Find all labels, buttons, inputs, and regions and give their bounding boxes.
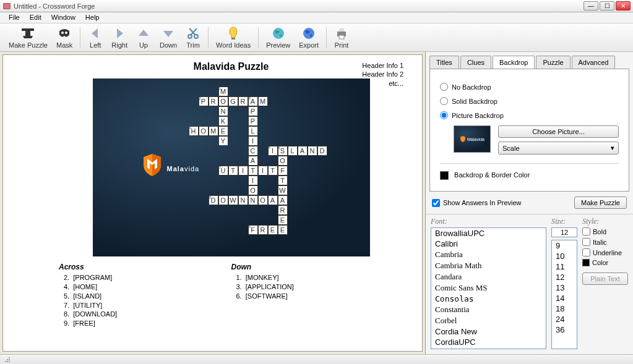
down-button[interactable]: Down — [156, 25, 181, 50]
crossword-cell: M1 — [218, 87, 228, 96]
bold-row[interactable]: Bold — [582, 227, 628, 235]
close-button[interactable]: ✕ — [616, 1, 631, 11]
trim-button[interactable]: Trim — [182, 25, 204, 50]
font-item[interactable]: Cambria Math — [431, 260, 546, 271]
make-puzzle-button[interactable]: Make Puzzle — [5, 25, 51, 50]
size-item[interactable]: 36 — [552, 324, 577, 335]
puzzle-backdrop: Malavida M1ONKEYP2RGRA3MPPLICATIONH4OMI5… — [93, 78, 370, 256]
picture-backdrop-radio[interactable] — [440, 111, 448, 119]
italic-row[interactable]: Italic — [582, 238, 628, 246]
font-listbox[interactable]: BrowalliaUPCCalibriCambriaCambria MathCa… — [431, 227, 546, 349]
underline-row[interactable]: Underline — [582, 248, 628, 256]
tab-backdrop[interactable]: Backdrop — [493, 56, 535, 69]
mask-icon — [57, 26, 72, 41]
choose-picture-button[interactable]: Choose Picture... — [498, 125, 619, 138]
size-item[interactable]: 12 — [552, 272, 577, 282]
menu-edit[interactable]: Edit — [25, 12, 46, 23]
solid-backdrop-radio[interactable] — [440, 97, 448, 105]
underline-checkbox[interactable] — [582, 248, 590, 256]
crossword-cell: T — [268, 166, 278, 176]
size-input[interactable]: 12 — [551, 227, 577, 237]
menu-file[interactable]: File — [4, 12, 25, 23]
bold-checkbox[interactable] — [582, 227, 590, 235]
tab-titles[interactable]: Titles — [429, 56, 459, 69]
font-item[interactable]: Cordia New — [431, 326, 546, 337]
maximize-button[interactable]: ☐ — [600, 1, 614, 11]
crossword-cell: A — [278, 195, 288, 205]
picture-thumbnail[interactable]: Malavida — [454, 125, 491, 153]
size-item[interactable]: 9 — [552, 240, 577, 251]
svg-point-11 — [5, 361, 6, 362]
size-item[interactable]: 11 — [552, 261, 577, 272]
print-button[interactable]: Print — [330, 25, 353, 50]
font-item[interactable]: Cambria — [431, 249, 546, 260]
menu-help[interactable]: Help — [80, 12, 105, 23]
font-panel: Font: BrowalliaUPCCalibriCambriaCambria … — [426, 214, 633, 354]
svg-point-14 — [7, 359, 8, 360]
clues-down: Down 1. [MONKEY]3. [APPLICATION]6. [SOFT… — [231, 263, 404, 328]
crossword-cell: P2 — [199, 96, 209, 106]
arrow-right-icon — [112, 26, 127, 41]
font-item[interactable]: Constantia — [431, 304, 546, 315]
preview-button[interactable]: Preview — [262, 25, 294, 50]
canvas-area: Malavida Puzzle Header Info 1Header Info… — [2, 54, 423, 352]
export-button[interactable]: Export — [295, 25, 322, 50]
font-item[interactable]: Corbel — [431, 315, 546, 326]
font-item[interactable]: Comic Sans MS — [431, 282, 546, 294]
font-item[interactable]: Consolas — [431, 294, 546, 304]
up-button[interactable]: Up — [132, 25, 155, 50]
tab-content-backdrop: No Backdrop Solid Backdrop Picture Backd… — [429, 69, 629, 192]
size-item[interactable]: 24 — [552, 314, 577, 324]
size-item[interactable]: 18 — [552, 303, 577, 314]
size-item[interactable]: 14 — [552, 293, 577, 303]
minimize-button[interactable]: — — [583, 1, 598, 11]
crossword-cell: S6 — [278, 146, 288, 156]
picture-backdrop-radio-row[interactable]: Picture Backdrop — [440, 111, 619, 119]
show-answers-label[interactable]: Show Answers In Preview — [443, 199, 522, 206]
no-backdrop-radio-row[interactable]: No Backdrop — [440, 83, 619, 91]
bulb-icon — [226, 26, 241, 41]
tab-puzzle[interactable]: Puzzle — [536, 56, 570, 69]
picture-backdrop-label[interactable]: Picture Backdrop — [452, 112, 504, 119]
scale-select[interactable]: Scale ▾ — [498, 142, 619, 154]
crossword-cell: W — [278, 185, 288, 195]
border-color-row[interactable]: Backdrop & Border Color — [440, 171, 619, 180]
show-answers-checkbox[interactable] — [432, 199, 440, 207]
no-backdrop-label[interactable]: No Backdrop — [452, 83, 491, 91]
no-backdrop-radio[interactable] — [440, 83, 448, 91]
mask-button[interactable]: Mask — [53, 25, 76, 50]
divider — [440, 163, 619, 164]
menu-window[interactable]: Window — [46, 12, 80, 23]
crossword-cell: T — [278, 176, 288, 185]
tab-advanced[interactable]: Advanced — [572, 56, 616, 69]
tab-clues[interactable]: Clues — [460, 56, 491, 69]
font-item[interactable]: BrowalliaUPC — [431, 228, 546, 239]
border-color-swatch[interactable] — [440, 171, 449, 180]
crossword-cell: A — [268, 195, 278, 205]
grip-icon — [4, 356, 11, 363]
clue-line: 6. [SOFTWARE] — [236, 292, 404, 301]
clue-line: 1. [MONKEY] — [236, 273, 404, 282]
font-item[interactable]: CordiaUPC — [431, 337, 546, 347]
app-icon — [2, 2, 11, 11]
size-item[interactable]: 13 — [552, 282, 577, 293]
make-puzzle-button[interactable]: Make Puzzle — [574, 197, 627, 209]
size-item[interactable]: 10 — [552, 251, 577, 261]
clue-line: 9. [FREE] — [64, 319, 231, 328]
crossword-cell: E — [278, 215, 288, 225]
svg-rect-9 — [339, 28, 344, 32]
word-ideas-button[interactable]: Word Ideas — [212, 25, 254, 50]
right-button[interactable]: Right — [108, 25, 131, 50]
solid-backdrop-label[interactable]: Solid Backdrop — [452, 98, 497, 105]
italic-checkbox[interactable] — [582, 238, 590, 246]
plain-text-button[interactable]: Plain Text — [582, 273, 628, 285]
crossword-cell: O — [278, 156, 288, 166]
solid-backdrop-radio-row[interactable]: Solid Backdrop — [440, 97, 619, 105]
font-item[interactable]: Candara — [431, 271, 546, 282]
crossword-cell: P — [248, 106, 258, 116]
font-item[interactable]: Calibri — [431, 239, 546, 249]
color-swatch[interactable] — [582, 259, 590, 266]
color-row[interactable]: Color — [582, 259, 628, 266]
size-listbox[interactable]: 91011121314182436 — [551, 240, 577, 349]
left-button[interactable]: Left — [84, 25, 106, 50]
